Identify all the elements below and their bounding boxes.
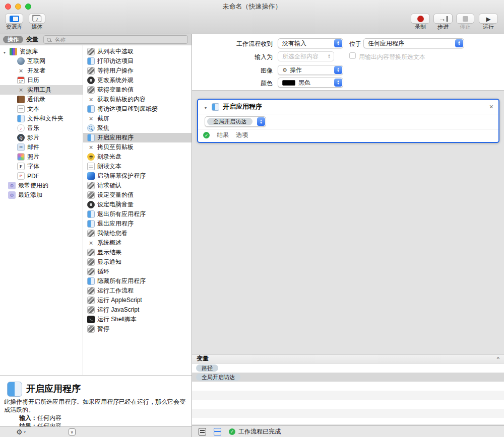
action-list-item[interactable]: 显示通知 <box>83 257 192 267</box>
category-label: 字体 <box>27 162 39 171</box>
options-link[interactable]: 选项 <box>236 131 248 139</box>
action-list-item[interactable]: 截屏 <box>83 114 192 123</box>
action-list-item[interactable]: 获取剪贴板的内容 <box>83 95 192 104</box>
sidebar-category[interactable]: 影片 <box>0 133 83 142</box>
action-list-item[interactable]: 暂停 <box>83 324 192 334</box>
sidebar-category[interactable]: 最常使用的 <box>0 181 83 190</box>
action-list-item[interactable]: 获得变量的值 <box>83 85 192 95</box>
gear-menu-button[interactable] <box>16 428 26 435</box>
action-list-item[interactable]: 运行 JavaScript <box>83 305 192 315</box>
results-link[interactable]: 结果 <box>217 131 229 139</box>
sidebar-category[interactable]: 字体 <box>0 162 83 171</box>
zoom-window-button[interactable] <box>25 4 31 10</box>
stop-button[interactable] <box>456 14 474 24</box>
action-list-item[interactable]: 设定电脑音量 <box>83 200 192 209</box>
action-list-item[interactable]: 刻录光盘 <box>83 152 192 162</box>
sidebar-category[interactable]: 文件和文件夹 <box>0 114 83 123</box>
in-application-popup[interactable]: 任何应用程序 ▲▼ <box>363 38 464 48</box>
sidebar-category[interactable]: PDF <box>0 171 83 181</box>
workflow-action-block[interactable]: 开启应用程序 全局开启访达 ▲▼ 结果 选项 <box>197 99 499 143</box>
action-list-item[interactable]: 退出应用程序 <box>83 219 192 229</box>
action-list-item[interactable]: 我做给您看 <box>83 229 192 238</box>
sidebar-category[interactable]: 通讯录 <box>0 95 83 104</box>
action-label: 设定电脑音量 <box>97 200 134 209</box>
panel-collapse-button[interactable] <box>69 428 76 435</box>
search-input[interactable] <box>53 36 184 43</box>
minimize-window-button[interactable] <box>15 4 21 10</box>
sidebar-category[interactable]: 日历 <box>0 76 83 85</box>
search-field[interactable] <box>43 35 188 44</box>
spotlight-icon <box>87 124 95 132</box>
sidebar-category[interactable]: 开发者 <box>0 66 83 76</box>
sidebar-category[interactable]: 文本 <box>0 104 83 114</box>
log-view-icon[interactable] <box>199 428 206 435</box>
action-list-item[interactable]: 隐藏所有应用程序 <box>83 276 192 286</box>
action-list-item[interactable]: 启动屏幕保护程序 <box>83 171 192 181</box>
library-toggle-button[interactable] <box>5 14 23 24</box>
sidebar-category[interactable]: 照片 <box>0 152 83 162</box>
sidebar-category[interactable]: 最近添加 <box>0 190 83 200</box>
variable-token[interactable]: 路径 <box>196 365 218 372</box>
run-button[interactable] <box>479 14 498 24</box>
tab-actions[interactable]: 操作 <box>3 36 23 43</box>
color-popup[interactable]: 黑色 ▲▼ <box>278 78 343 88</box>
variables-header-label: 变量 <box>197 354 209 363</box>
action-list-item[interactable]: 系统概述 <box>83 238 192 248</box>
action-list-item[interactable]: 设定变量的值 <box>83 190 192 200</box>
robot-icon <box>87 297 95 304</box>
action-list-item[interactable]: 朗读文本 <box>83 162 192 171</box>
action-list-item[interactable]: 从列表中选取 <box>83 47 192 56</box>
workflow-receives-popup[interactable]: 没有输入 ▲▼ <box>278 38 343 48</box>
in-value: 任何应用程序 <box>368 39 404 48</box>
action-list-item[interactable]: 退出所有应用程序 <box>83 209 192 219</box>
action-list-item[interactable]: 拷贝至剪贴板 <box>83 142 192 152</box>
variable-token: 全局开启访达 <box>207 118 253 125</box>
application-popup[interactable]: 全局开启访达 ▲▼ <box>205 116 266 127</box>
action-list-item[interactable]: 更改系统外观 <box>83 76 192 85</box>
sidebar-panel-icon <box>10 16 19 22</box>
variable-row[interactable]: 全局开启访达 <box>192 373 504 382</box>
close-window-button[interactable] <box>5 4 11 10</box>
image-popup[interactable]: 操作 ▲▼ <box>278 65 343 75</box>
replace-text-checkbox[interactable] <box>349 52 356 59</box>
library-pane: 资源库互联网开发者日历实用工具通讯录文本文件和文件夹音乐影片邮件照片字体PDF最… <box>0 45 192 375</box>
font-icon <box>17 163 25 170</box>
sidebar-category[interactable]: 邮件 <box>0 142 83 152</box>
block-view-icon[interactable] <box>214 428 221 435</box>
variable-row[interactable]: 路径 <box>192 363 504 373</box>
variable-token[interactable]: 全局开启访达 <box>196 374 240 381</box>
action-list-item[interactable]: 聚焦 <box>83 123 192 133</box>
action-list-item[interactable]: 运行 Shell脚本 <box>83 315 192 324</box>
sidebar-category[interactable]: 实用工具 <box>0 85 83 95</box>
action-list-item[interactable]: 开启应用程序 <box>83 133 192 142</box>
record-icon <box>417 16 424 22</box>
action-list-item[interactable]: 运行 AppleScript <box>83 296 192 305</box>
workflow-canvas: 开启应用程序 全局开启访达 ▲▼ 结果 选项 <box>192 91 504 354</box>
record-button[interactable] <box>411 14 430 24</box>
sidebar-category[interactable]: 资源库 <box>0 47 83 56</box>
action-list-item[interactable]: 等待用户操作 <box>83 66 192 76</box>
action-label: 退出所有应用程序 <box>97 210 146 218</box>
tab-variables[interactable]: 变量 <box>26 36 38 43</box>
action-label: 获取剪贴板的内容 <box>97 95 146 104</box>
action-label: 显示结果 <box>97 248 121 257</box>
sidebar-category[interactable]: 互联网 <box>0 56 83 66</box>
chevron-up-icon[interactable] <box>497 356 499 362</box>
action-list-item[interactable]: 循环 <box>83 267 192 276</box>
close-icon[interactable] <box>489 103 493 110</box>
media-button[interactable] <box>29 14 45 24</box>
action-label: 退出应用程序 <box>97 220 134 228</box>
action-label: 朗读文本 <box>97 162 121 171</box>
disclosure-triangle-icon[interactable] <box>2 48 7 55</box>
disclosure-triangle-icon[interactable] <box>203 102 208 111</box>
action-list-item[interactable]: 显示结果 <box>83 248 192 257</box>
sidebar-category[interactable]: 音乐 <box>0 123 83 133</box>
step-button[interactable] <box>433 14 453 24</box>
replace-text-label: 用输出内容替换所选文本 <box>359 53 425 61</box>
action-list-item[interactable]: 将访达项目移到废纸篓 <box>83 104 192 114</box>
action-list-item[interactable]: 运行工作流程 <box>83 286 192 296</box>
action-label: 打印访达项目 <box>97 57 134 65</box>
variables-header[interactable]: 变量 <box>192 354 504 363</box>
action-list-item[interactable]: 请求确认 <box>83 181 192 190</box>
action-list-item[interactable]: 打印访达项目 <box>83 56 192 66</box>
